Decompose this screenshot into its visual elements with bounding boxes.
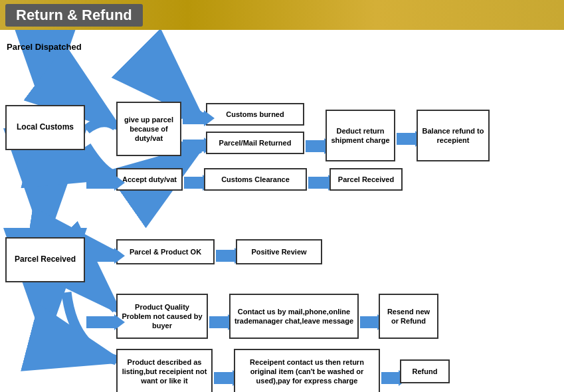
product-described-box: Product described as listing,but receipi… [116, 349, 213, 392]
deduct-return-box: Deduct return shipment charge [326, 110, 395, 161]
resend-refund-box: Resend new or Refund [379, 294, 438, 339]
balance-refund-box: Balance refund to recepient [417, 110, 490, 161]
accept-duty-box: Accept duty/vat [116, 168, 183, 191]
arrow-localcustoms-acceptduty [86, 175, 125, 191]
header-title: Return & Refund [5, 4, 143, 27]
customs-clearance-box: Customs Clearance [204, 168, 307, 191]
customs-burned-box: Customs burned [206, 103, 304, 126]
local-customs-box: Local Customs [5, 105, 85, 150]
arrow-giveup-customsburned [183, 110, 215, 126]
parcel-product-ok-box: Parcel & Product OK [116, 239, 215, 264]
product-quality-box: Product Quality Problem not caused by bu… [116, 294, 208, 339]
arrow-parcelreceived-productquality [86, 314, 125, 330]
parcel-dispatched-label: Parcel Dispatched [7, 42, 82, 52]
refund-box: Refund [400, 359, 450, 383]
arrow-parcelreceived-parcelok [86, 248, 125, 264]
header: Return & Refund [0, 0, 564, 30]
parcel-mail-returned-box: Parcel/Mail Returned [206, 132, 304, 154]
receipient-contact-box: Receipent contact us then return origina… [234, 349, 380, 392]
parcel-received-top-box: Parcel Received [329, 168, 403, 191]
main-content: Parcel Dispatched Local Customs give up … [0, 30, 564, 392]
parcel-received-left-box: Parcel Received [5, 237, 85, 282]
positive-review-box: Positive Review [236, 239, 322, 264]
contact-us-box: Contact us by mail,phone,online trademan… [229, 294, 359, 339]
give-up-parcel-box: give up parcel because of duty/vat [116, 102, 181, 156]
